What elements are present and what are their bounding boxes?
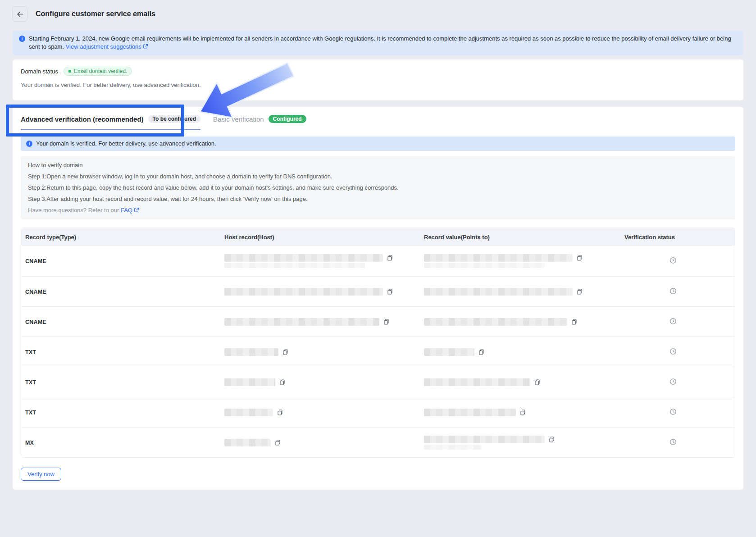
pending-clock-icon — [669, 259, 677, 265]
table-row: TXT — [21, 337, 735, 367]
record-type: CNAME — [25, 289, 46, 295]
copy-icon[interactable] — [576, 288, 583, 295]
pending-clock-icon — [669, 380, 677, 387]
copy-icon[interactable] — [383, 319, 390, 325]
col-header-verification-status: Verification status — [620, 234, 735, 241]
view-adjustment-suggestions-link[interactable]: View adjustment suggestions — [66, 43, 141, 50]
pending-clock-icon — [669, 289, 677, 296]
col-header-record-value: Record value(Points to) — [420, 234, 620, 241]
howto-step-1: Step 1:Open a new browser window, log in… — [28, 173, 728, 180]
banner-text: Starting February 1, 2024, new Google em… — [29, 35, 736, 51]
green-dot-icon — [68, 70, 71, 73]
record-type: MX — [25, 440, 34, 446]
verify-now-button[interactable]: Verify now — [21, 468, 61, 481]
verification-tabs: Advanced verification (recommended) To b… — [21, 114, 735, 130]
copy-icon[interactable] — [478, 349, 485, 355]
redacted-record-value-line2 — [424, 263, 545, 268]
redacted-host-record — [224, 288, 383, 296]
table-row: CNAME — [21, 246, 735, 276]
pending-clock-icon — [669, 410, 677, 417]
page-title: Configure customer service emails — [36, 10, 155, 18]
redacted-record-value — [424, 288, 573, 296]
table-body: CNAME CNAME — [21, 246, 735, 457]
table-row: CNAME — [21, 276, 735, 306]
pending-clock-icon — [669, 319, 677, 326]
domain-verified-badge: Email domain verified. — [64, 67, 132, 76]
copy-icon[interactable] — [571, 319, 578, 325]
redacted-host-record-line2 — [224, 263, 365, 268]
table-row: TXT — [21, 397, 735, 427]
redacted-host-record — [224, 348, 278, 356]
howto-title: How to verify domain — [28, 162, 728, 168]
redacted-host-record — [224, 254, 383, 262]
tab-advanced-verification[interactable]: Advanced verification (recommended) To b… — [21, 114, 200, 130]
copy-icon[interactable] — [282, 349, 289, 355]
arrow-left-icon — [16, 10, 24, 18]
record-type: TXT — [25, 349, 36, 355]
info-icon — [19, 36, 25, 51]
record-type: TXT — [25, 379, 36, 386]
external-link-icon — [143, 43, 148, 51]
redacted-record-value — [424, 409, 516, 416]
redacted-host-record — [224, 409, 273, 416]
howto-step-3: Step 3:After adding your host record and… — [28, 196, 728, 202]
copy-icon[interactable] — [387, 255, 393, 261]
tab-basic-verification[interactable]: Basic verification Configured — [213, 114, 306, 124]
redacted-host-record — [224, 378, 275, 386]
verification-card: Advanced verification (recommended) To b… — [13, 107, 743, 490]
copy-icon[interactable] — [279, 379, 286, 386]
domain-verified-banner: Your domain is verified. For better deli… — [21, 137, 735, 151]
domain-status-description: Your domain is verified. For better deli… — [21, 82, 735, 88]
tab-basic-label: Basic verification — [213, 115, 264, 123]
redacted-record-value — [424, 348, 474, 356]
active-tab-underline — [21, 129, 200, 130]
howto-step-2: Step 2:Return to this page, copy the hos… — [28, 184, 728, 191]
copy-icon[interactable] — [387, 288, 393, 295]
redacted-record-value — [424, 436, 545, 443]
record-type: CNAME — [25, 319, 46, 325]
table-row: MX — [21, 427, 735, 457]
dns-records-table: Record type(Type) Host record(Host) Reco… — [21, 228, 735, 458]
copy-icon[interactable] — [274, 439, 281, 446]
domain-status-card: Domain status Email domain verified. You… — [13, 59, 743, 100]
redacted-host-record — [224, 318, 379, 326]
faq-link[interactable]: FAQ — [121, 207, 132, 214]
inner-banner-text: Your domain is verified. For better deli… — [36, 140, 216, 148]
copy-icon[interactable] — [277, 409, 283, 416]
howto-faq-line: Have more questions? Refer to our FAQ — [28, 207, 728, 214]
redacted-host-record — [224, 439, 271, 446]
copy-icon[interactable] — [548, 436, 555, 443]
external-link-icon — [134, 207, 139, 214]
record-type: TXT — [25, 410, 36, 416]
col-header-record-type: Record type(Type) — [21, 234, 220, 241]
to-be-configured-badge: To be configured — [148, 115, 200, 123]
redacted-record-value — [424, 254, 573, 262]
copy-icon[interactable] — [519, 409, 526, 416]
copy-icon[interactable] — [534, 379, 541, 386]
record-type: CNAME — [25, 258, 46, 264]
how-to-verify-section: How to verify domain Step 1:Open a new b… — [21, 156, 735, 219]
copy-icon[interactable] — [576, 255, 583, 261]
table-header-row: Record type(Type) Host record(Host) Reco… — [21, 228, 735, 246]
col-header-host-record: Host record(Host) — [220, 234, 420, 241]
redacted-record-value-line2 — [424, 445, 482, 450]
back-button[interactable] — [12, 6, 27, 22]
tab-advanced-label: Advanced verification (recommended) — [21, 115, 144, 123]
configured-badge: Configured — [269, 115, 306, 123]
pending-clock-icon — [669, 350, 677, 356]
domain-status-label: Domain status — [21, 68, 58, 75]
table-row: TXT — [21, 367, 735, 397]
info-icon — [26, 141, 32, 147]
google-requirements-banner: Starting February 1, 2024, new Google em… — [13, 31, 743, 55]
page-header: Configure customer service emails — [0, 0, 756, 28]
table-row: CNAME — [21, 306, 735, 337]
pending-clock-icon — [669, 440, 677, 447]
redacted-record-value — [424, 318, 567, 326]
redacted-record-value — [424, 378, 530, 386]
